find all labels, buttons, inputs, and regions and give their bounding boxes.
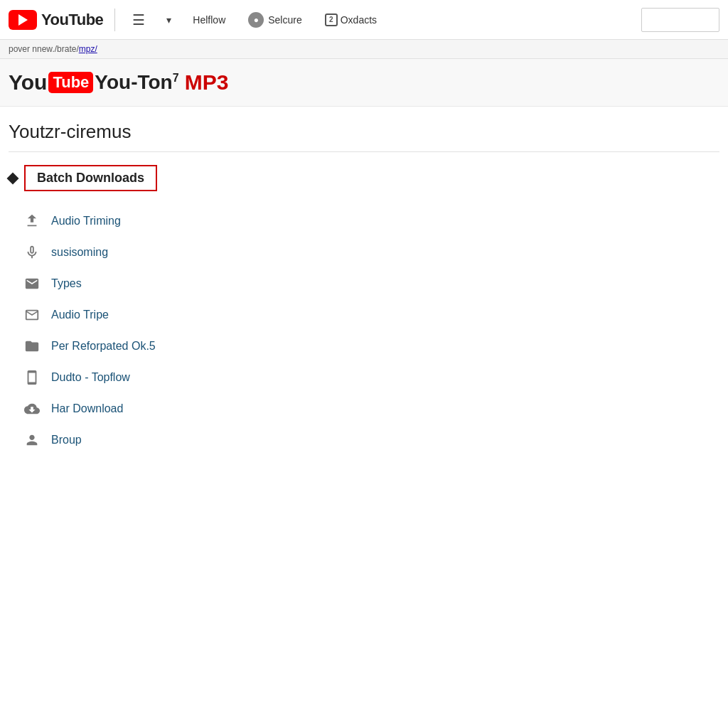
youtube-wordmark: YouTube bbox=[41, 11, 103, 29]
breadcrumb-link[interactable]: mpz/ bbox=[79, 44, 97, 54]
menu-item-audio-tripe[interactable]: Audio Tripe bbox=[23, 299, 719, 331]
mobile-icon bbox=[23, 368, 41, 387]
cloud-download-icon bbox=[23, 400, 41, 418]
nav-helflow[interactable]: Helflow bbox=[187, 11, 231, 28]
menu-item-susisoming[interactable]: susisoming bbox=[23, 237, 719, 268]
logo-you-text: You bbox=[9, 70, 47, 95]
nav-oxdacts[interactable]: 2 Oxdacts bbox=[319, 11, 382, 29]
menu-item-dudto-topflow[interactable]: Dudto - Topflow bbox=[23, 362, 719, 393]
dropdown-arrow-button[interactable]: ▾ bbox=[162, 11, 176, 28]
oxdacts-badge: 2 bbox=[325, 14, 338, 26]
breadcrumb-bar: pover nnew./brate/mpz/ bbox=[0, 40, 728, 59]
site-header: YouTube ☰ ▾ Helflow ● Selcure 2 Oxdacts bbox=[0, 0, 728, 40]
main-content: Youtzr-ciremus Batch Downloads Audio Tri… bbox=[0, 107, 728, 470]
envelope-open-icon bbox=[23, 306, 41, 324]
menu-list: Audio Triming susisoming Types bbox=[9, 205, 719, 456]
person-icon bbox=[23, 431, 41, 449]
batch-downloads-label[interactable]: Batch Downloads bbox=[24, 165, 157, 191]
helflow-label: Helflow bbox=[193, 14, 225, 26]
logo-sup: 7 bbox=[173, 72, 179, 84]
mic-icon bbox=[23, 243, 41, 262]
page-divider bbox=[9, 151, 719, 152]
nav-selcure[interactable]: ● Selcure bbox=[242, 9, 307, 31]
logo-mp3-text: MP3 bbox=[185, 70, 229, 95]
header-divider bbox=[114, 9, 115, 31]
menu-item-per-reforpated[interactable]: Per Reforpated Ok.5 bbox=[23, 331, 719, 362]
breadcrumb-text: pover nnew./brate/ bbox=[9, 44, 79, 54]
logo-tube-box: Tube bbox=[48, 72, 93, 93]
youtube-play-icon bbox=[9, 10, 37, 30]
logo-banner: You Tube You-Ton7 MP3 bbox=[0, 59, 728, 107]
menu-item-har-download[interactable]: Har Download bbox=[23, 393, 719, 424]
batch-downloads-row: Batch Downloads bbox=[9, 165, 719, 191]
selcure-icon: ● bbox=[248, 12, 264, 28]
search-input[interactable] bbox=[641, 8, 719, 32]
menu-item-types[interactable]: Types bbox=[23, 268, 719, 299]
envelope-icon bbox=[23, 274, 41, 293]
page-title: Youtzr-ciremus bbox=[9, 121, 719, 143]
hamburger-menu-button[interactable]: ☰ bbox=[127, 9, 151, 31]
logo-youton-text: You-Ton7 bbox=[95, 71, 178, 94]
folder-icon bbox=[23, 337, 41, 355]
selcure-label: Selcure bbox=[268, 14, 301, 26]
menu-item-broup[interactable]: Broup bbox=[23, 424, 719, 456]
upload-icon bbox=[23, 212, 41, 230]
oxdacts-label: Oxdacts bbox=[341, 14, 377, 26]
diamond-icon bbox=[7, 172, 19, 184]
youtube-logo-link[interactable]: YouTube bbox=[9, 10, 103, 30]
menu-item-audio-triming[interactable]: Audio Triming bbox=[23, 205, 719, 237]
